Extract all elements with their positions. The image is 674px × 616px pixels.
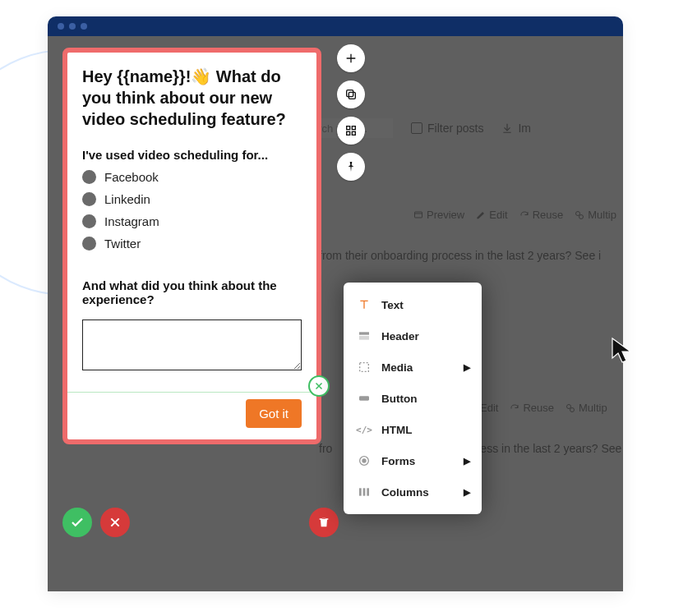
close-icon: [314, 381, 324, 391]
element-popover: Text Header Media ▶ Button: [344, 283, 482, 514]
window-dot: [58, 23, 64, 30]
svg-rect-14: [359, 396, 369, 400]
reuse-label: Reuse: [533, 209, 564, 221]
trash-icon: [317, 516, 330, 529]
svg-rect-8: [352, 126, 355, 130]
window-titlebar: [48, 16, 623, 36]
popover-item-text[interactable]: Text: [344, 289, 482, 320]
svg-rect-12: [359, 336, 369, 340]
svg-rect-11: [359, 332, 369, 334]
radio-label: Twitter: [104, 237, 141, 251]
popover-label: Button: [381, 393, 417, 405]
survey-question-1: I've used video scheduling for...: [82, 148, 302, 162]
filter-posts-label: Filter posts: [427, 122, 483, 135]
survey-title: Hey {{name}}!👋 What do you think about o…: [82, 66, 302, 130]
radio-list: Facebook Linkedin Instagram Twitter: [82, 170, 302, 251]
svg-point-1: [576, 211, 580, 215]
survey-panel: Hey {{name}}!👋 What do you think about o…: [62, 48, 321, 444]
popover-item-html[interactable]: </> HTML: [344, 414, 482, 445]
preview-icon: [413, 210, 423, 220]
survey-footer: Got it: [82, 399, 302, 428]
tool-plus[interactable]: [337, 44, 365, 72]
post-text-fragment: fro: [319, 442, 332, 455]
header-icon: [357, 329, 372, 343]
edit-label: Edit: [480, 402, 498, 414]
multi-label: Multip: [588, 209, 616, 221]
chevron-right-icon: ▶: [464, 456, 470, 467]
confirm-button[interactable]: [62, 508, 92, 537]
svg-rect-7: [347, 126, 350, 130]
delete-button[interactable]: [309, 508, 339, 537]
got-it-button[interactable]: Got it: [246, 399, 302, 428]
svg-rect-9: [347, 131, 350, 135]
cancel-button[interactable]: [100, 508, 130, 537]
popover-item-button[interactable]: Button: [344, 383, 482, 414]
grid-icon: [344, 124, 358, 137]
post-card: Preview Edit Reuse Multip from: [294, 209, 623, 262]
chevron-right-icon: ▶: [464, 487, 470, 498]
popover-item-columns[interactable]: Columns ▶: [344, 476, 482, 508]
pin-icon: [344, 160, 358, 173]
editor-actions: [62, 508, 130, 537]
radio-icon: [82, 192, 96, 206]
reuse-action[interactable]: Reuse: [510, 402, 554, 414]
radio-option[interactable]: Facebook: [82, 170, 302, 184]
multi-icon: [566, 403, 575, 413]
import-button[interactable]: Im: [501, 122, 531, 135]
reuse-label: Reuse: [523, 402, 554, 414]
media-icon: [357, 360, 372, 375]
close-icon: [108, 516, 122, 529]
svg-rect-5: [349, 92, 355, 99]
text-icon: [357, 297, 372, 312]
svg-rect-19: [367, 488, 369, 495]
radio-icon: [82, 214, 96, 228]
copy-icon: [344, 88, 358, 101]
post-text: from their onboarding process in the las…: [294, 249, 623, 262]
feedback-textarea[interactable]: [82, 319, 302, 370]
tool-copy[interactable]: [337, 80, 365, 108]
tool-stack: [337, 44, 365, 181]
svg-point-2: [579, 214, 584, 218]
edit-action[interactable]: Edit: [476, 209, 507, 221]
cursor-icon: [610, 337, 635, 365]
radio-icon: [82, 170, 96, 184]
preview-action[interactable]: Preview: [413, 209, 464, 221]
svg-point-4: [570, 407, 574, 411]
download-icon: [501, 122, 513, 134]
plus-icon: [344, 52, 358, 65]
close-badge[interactable]: [308, 375, 330, 397]
radio-label: Facebook: [104, 170, 159, 184]
svg-rect-13: [360, 363, 369, 372]
radio-option[interactable]: Instagram: [82, 214, 302, 228]
wave-emoji: 👋: [191, 66, 211, 87]
survey-question-2: And what did you think about the experie…: [82, 278, 302, 306]
radio-option[interactable]: Twitter: [82, 237, 302, 251]
radio-label: Instagram: [104, 214, 159, 228]
svg-rect-17: [359, 488, 362, 495]
window-dot: [69, 23, 76, 30]
window-dot: [81, 23, 87, 30]
edit-label: Edit: [489, 209, 507, 221]
popover-item-media[interactable]: Media ▶: [344, 352, 482, 383]
svg-point-16: [362, 459, 366, 462]
survey-title-greeting: Hey {{name}}!: [82, 67, 191, 85]
popover-label: Header: [381, 330, 419, 342]
multi-action[interactable]: Multip: [566, 402, 607, 414]
reuse-action[interactable]: Reuse: [519, 209, 564, 221]
radio-option[interactable]: Linkedin: [82, 192, 302, 206]
popover-label: Forms: [381, 455, 415, 467]
check-icon: [70, 515, 85, 530]
popover-item-header[interactable]: Header: [344, 320, 482, 352]
popover-label: Text: [381, 299, 404, 311]
filter-posts-toggle[interactable]: Filter posts: [411, 122, 483, 135]
popover-item-forms[interactable]: Forms ▶: [344, 445, 482, 476]
svg-rect-18: [363, 488, 366, 495]
tool-template[interactable]: [337, 117, 365, 145]
radio-icon: [82, 237, 96, 251]
multi-action[interactable]: Multip: [575, 209, 616, 221]
popover-label: Media: [381, 361, 413, 374]
app-body: Filter posts Im Preview Edit: [48, 36, 623, 591]
svg-point-3: [566, 404, 570, 408]
tool-pin[interactable]: [337, 153, 365, 181]
forms-icon: [357, 453, 372, 468]
